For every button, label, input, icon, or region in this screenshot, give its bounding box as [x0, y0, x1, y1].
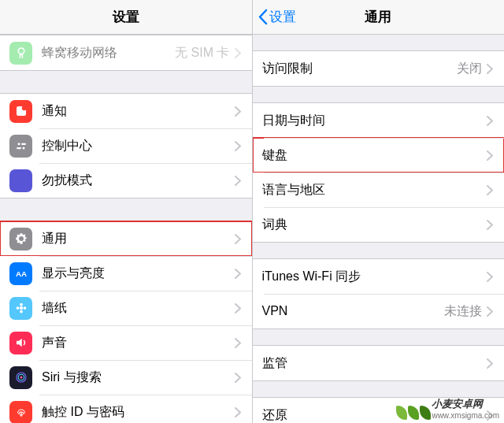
row-label: 声音 — [42, 335, 235, 351]
row-dnd[interactable]: 勿扰模式 — [0, 163, 252, 198]
row-label: 蜂窝移动网络 — [42, 45, 175, 61]
svg-rect-5 — [17, 147, 21, 149]
row-sounds[interactable]: 声音 — [0, 325, 252, 360]
chevron-right-icon — [487, 220, 493, 230]
chevron-right-icon — [235, 141, 241, 151]
row-label: 键盘 — [262, 147, 487, 164]
row-detail: 未连接 — [444, 303, 482, 320]
watermark-brand: 小麦安卓网 — [432, 397, 499, 411]
row-label: 勿扰模式 — [42, 173, 235, 189]
svg-point-14 — [20, 377, 22, 379]
svg-point-2 — [17, 143, 20, 145]
row-profiles[interactable]: 监管 — [253, 346, 505, 380]
back-label: 设置 — [269, 8, 296, 26]
row-vpn[interactable]: VPN未连接 — [253, 294, 505, 328]
control-center-icon — [9, 135, 32, 158]
row-label: 访问限制 — [262, 61, 458, 77]
row-label: VPN — [262, 304, 445, 318]
svg-point-11 — [23, 306, 26, 310]
siri-icon — [9, 366, 32, 389]
nav-title-left: 设置 — [0, 0, 252, 35]
nav-title-right: 设置 通用 — [253, 0, 505, 35]
chevron-right-icon — [487, 150, 493, 161]
cellular-icon — [9, 42, 32, 65]
row-label: Siri 与搜索 — [42, 369, 235, 386]
dnd-icon — [9, 169, 32, 192]
row-siri[interactable]: Siri 与搜索 — [0, 360, 252, 395]
row-label: 词典 — [262, 217, 487, 233]
chevron-right-icon — [487, 358, 493, 369]
row-datetime[interactable]: 日期与时间 — [253, 103, 505, 138]
row-language[interactable]: 语言与地区 — [253, 173, 505, 207]
chevron-right-icon — [487, 272, 493, 282]
svg-point-9 — [20, 310, 23, 314]
chevron-right-icon — [487, 64, 493, 74]
row-notifications[interactable]: 通知 — [0, 94, 252, 128]
touchid-icon — [9, 401, 32, 424]
chevron-right-icon — [487, 116, 493, 126]
row-label: iTunes Wi-Fi 同步 — [262, 269, 487, 285]
display-icon: AA — [9, 262, 32, 285]
chevron-right-icon — [235, 106, 241, 117]
row-detail: 关闭 — [457, 61, 482, 77]
row-label: 触控 ID 与密码 — [42, 404, 235, 421]
chevron-right-icon — [487, 306, 493, 317]
watermark-url: www.xmsigma.com — [432, 411, 499, 420]
chevron-left-icon — [258, 9, 268, 25]
row-cellular[interactable]: 蜂窝移动网络无 SIM 卡 — [0, 35, 252, 70]
watermark: 小麦安卓网 www.xmsigma.com — [396, 397, 499, 420]
svg-point-7 — [19, 306, 23, 310]
settings-list-right: 访问限制关闭日期与时间键盘语言与地区词典iTunes Wi-Fi 同步VPN未连… — [253, 35, 505, 423]
chevron-right-icon — [235, 176, 241, 186]
chevron-right-icon — [235, 373, 241, 383]
row-control-center[interactable]: 控制中心 — [0, 128, 252, 163]
row-display[interactable]: AA显示与亮度 — [0, 256, 252, 291]
svg-point-10 — [16, 306, 19, 310]
svg-point-8 — [20, 303, 23, 306]
row-label: 通用 — [42, 231, 235, 247]
nav-title-right-text: 通用 — [365, 8, 391, 26]
sounds-icon — [9, 332, 32, 354]
row-label: 通知 — [42, 103, 235, 120]
back-button[interactable]: 设置 — [258, 8, 296, 26]
nav-title-left-text: 设置 — [113, 8, 139, 26]
svg-point-1 — [21, 106, 26, 110]
row-restrictions[interactable]: 访问限制关闭 — [253, 51, 505, 86]
chevron-right-icon — [235, 303, 241, 314]
row-label: 语言与地区 — [262, 182, 487, 199]
chevron-right-icon — [235, 338, 241, 348]
general-icon — [9, 228, 32, 250]
row-label: 监管 — [262, 355, 487, 372]
svg-text:AA: AA — [15, 269, 26, 278]
row-label: 控制中心 — [42, 138, 235, 154]
svg-point-4 — [22, 147, 24, 150]
row-label: 日期与时间 — [262, 113, 487, 129]
chevron-right-icon — [235, 48, 241, 58]
row-dictionary[interactable]: 词典 — [253, 207, 505, 242]
row-keyboard[interactable]: 键盘 — [253, 138, 505, 173]
chevron-right-icon — [235, 234, 241, 244]
wallpaper-icon — [9, 297, 32, 320]
row-itunes-wifi[interactable]: iTunes Wi-Fi 同步 — [253, 259, 505, 294]
chevron-right-icon — [235, 269, 241, 279]
row-wallpaper[interactable]: 墙纸 — [0, 291, 252, 325]
settings-list-left: 蜂窝移动网络无 SIM 卡通知控制中心勿扰模式通用AA显示与亮度墙纸声音Siri… — [0, 35, 252, 423]
svg-rect-3 — [21, 143, 26, 145]
chevron-right-icon — [487, 185, 493, 195]
row-label: 墙纸 — [42, 300, 235, 317]
row-touchid[interactable]: 触控 ID 与密码 — [0, 395, 252, 423]
row-detail: 无 SIM 卡 — [175, 45, 229, 61]
chevron-right-icon — [235, 407, 241, 417]
row-label: 显示与亮度 — [42, 265, 235, 282]
row-general[interactable]: 通用 — [0, 221, 252, 256]
notifications-icon — [9, 100, 32, 123]
